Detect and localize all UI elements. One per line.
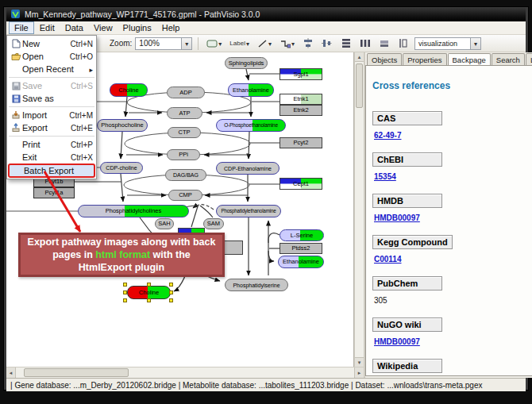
- canvas-horizontal-scrollbar[interactable]: ◂ ▸: [6, 367, 364, 378]
- scrollbar-thumb[interactable]: [356, 63, 363, 108]
- scroll-up-icon[interactable]: ▴: [355, 52, 364, 62]
- menu-file[interactable]: File: [9, 21, 34, 34]
- selection-handle[interactable]: [169, 298, 173, 302]
- xref-link[interactable]: C00114: [374, 255, 532, 264]
- file-menu-item-batch-export[interactable]: Batch Export: [9, 164, 94, 177]
- new-document-icon: [10, 39, 22, 48]
- connector-tool-icon: [279, 39, 291, 48]
- selection-handle[interactable]: [169, 283, 173, 287]
- new-connector-button[interactable]: [277, 37, 297, 51]
- distribute-horizontal-button[interactable]: [357, 37, 373, 51]
- file-menu-item-export[interactable]: ExportCtrl+E: [7, 121, 96, 134]
- node-ethanolamine-bottom[interactable]: Ethanolamine: [278, 256, 324, 268]
- gene-box-cept1[interactable]: Cept1: [279, 178, 322, 190]
- tab-legend[interactable]: Legend: [526, 53, 532, 65]
- selection-handle[interactable]: [123, 283, 127, 287]
- node-choline-selected[interactable]: Choline: [127, 286, 171, 299]
- scroll-left-icon[interactable]: ◂: [6, 367, 16, 378]
- node-adp[interactable]: ADP: [167, 87, 205, 98]
- node-ppi[interactable]: PPi: [167, 149, 200, 160]
- node-phosphatidylcholines[interactable]: Phosphatidylcholines: [78, 205, 189, 217]
- distribute-vertical-button[interactable]: [338, 37, 354, 51]
- align-vertical-center-icon: [322, 38, 333, 48]
- selection-handle[interactable]: [147, 298, 151, 302]
- export-icon: [10, 123, 22, 133]
- scroll-right-icon[interactable]: ▸: [354, 367, 364, 378]
- xref-source-name: Kegg Compound: [372, 235, 453, 249]
- xref-link[interactable]: HMDB00097: [374, 337, 532, 346]
- gene-box-etnk1[interactable]: Etnk1: [279, 94, 322, 105]
- common-height-button[interactable]: [395, 37, 411, 51]
- node-phosphatidylserine[interactable]: Phosphatidylserine: [225, 279, 288, 291]
- menu-plugins[interactable]: Plugins: [118, 22, 156, 33]
- tab-properties[interactable]: Properties: [403, 53, 446, 65]
- file-menu-item-print[interactable]: PrintCtrl+P: [7, 138, 96, 151]
- xref-source-name: PubChem: [372, 276, 442, 290]
- tab-objects[interactable]: Objects: [367, 53, 402, 65]
- node-cdp-choline[interactable]: CDP-choline: [100, 162, 143, 174]
- canvas-vertical-scrollbar[interactable]: ▴ ▾: [354, 52, 364, 367]
- node-sam[interactable]: SAM: [203, 218, 224, 229]
- common-width-button[interactable]: [376, 37, 392, 51]
- menu-data[interactable]: Data: [60, 22, 88, 33]
- node-l-serine[interactable]: L-Serine: [279, 229, 324, 241]
- gene-box-unlabeled[interactable]: [222, 240, 243, 255]
- file-menu-item-import[interactable]: ImportCtrl+M: [7, 109, 96, 121]
- node-dag[interactable]: DAG/BAG: [165, 169, 206, 181]
- xref-link[interactable]: 15354: [374, 172, 532, 181]
- align-horizontal-center-button[interactable]: [300, 37, 316, 51]
- file-menu-item-exit[interactable]: ExitCtrl+X: [7, 151, 96, 164]
- tab-search[interactable]: Search: [492, 53, 525, 65]
- scrollbar-thumb[interactable]: [24, 368, 129, 377]
- chevron-down-icon[interactable]: [470, 38, 480, 49]
- node-cdp-ethanolamine[interactable]: CDP-Ethanolamine: [216, 162, 279, 175]
- distribute-horizontal-icon: [360, 38, 371, 48]
- chevron-down-icon[interactable]: [181, 38, 191, 49]
- selection-handle[interactable]: [123, 290, 127, 294]
- file-menu-item-save[interactable]: SaveCtrl+S: [7, 79, 96, 92]
- annotation-highlight: html format: [95, 249, 150, 260]
- menu-view[interactable]: View: [89, 22, 118, 33]
- xref-link[interactable]: HMDB00097: [374, 214, 532, 222]
- node-phosphatidylethanolamine[interactable]: Phosphatidylethanolamine: [216, 205, 281, 217]
- menu-edit[interactable]: Edit: [35, 22, 60, 33]
- node-cmp[interactable]: CMP: [168, 190, 202, 201]
- selection-handle[interactable]: [169, 290, 173, 294]
- node-ethanolamine[interactable]: Ethanolamine: [228, 83, 274, 97]
- gene-box-sgpl1[interactable]: Sgpl1: [279, 68, 322, 80]
- file-menu: NewCtrl+N OpenCtrl+O Open Recent SaveCtr…: [6, 35, 97, 179]
- file-menu-item-save-as[interactable]: Save as: [7, 92, 96, 105]
- app-icon: [11, 7, 20, 21]
- file-menu-item-new[interactable]: NewCtrl+N: [7, 37, 96, 50]
- chevron-down-icon: [246, 39, 249, 48]
- xref-link[interactable]: 62-49-7: [374, 131, 532, 140]
- common-height-icon: [398, 38, 409, 48]
- node-ctp[interactable]: CTP: [168, 127, 201, 138]
- new-label-button[interactable]: Label: [227, 37, 252, 51]
- node-atp[interactable]: ATP: [167, 107, 202, 119]
- node-sah[interactable]: SAH: [155, 218, 174, 229]
- node-o-phosphoethanolamine[interactable]: O-Phosphoethanolamine: [216, 119, 286, 132]
- scroll-down-icon[interactable]: ▾: [355, 357, 364, 367]
- file-menu-item-open-recent[interactable]: Open Recent: [7, 63, 96, 75]
- tab-backpage[interactable]: Backpage: [448, 53, 491, 65]
- desktop-background: Mm_Kennedy_pathway_WP1771_45176.gpml - P…: [0, 0, 532, 404]
- node-choline[interactable]: Choline: [110, 83, 148, 97]
- gene-box-pcyt2[interactable]: Pcyt2: [279, 137, 322, 148]
- gene-box-ptdss2[interactable]: Ptdss2: [279, 243, 322, 254]
- menu-help[interactable]: Help: [157, 22, 185, 33]
- window-title: Mm_Kennedy_pathway_WP1771_45176.gpml - P…: [25, 10, 260, 19]
- node-sphingolipids[interactable]: Sphingolipids: [225, 57, 268, 69]
- visualization-combobox[interactable]: visualization: [414, 37, 481, 50]
- zoom-combobox[interactable]: 100%: [135, 37, 192, 50]
- import-icon: [10, 110, 22, 120]
- node-phosphocholine[interactable]: Phosphocholine: [97, 119, 148, 132]
- selection-handle[interactable]: [123, 298, 127, 302]
- file-menu-item-open[interactable]: OpenCtrl+O: [7, 50, 96, 63]
- align-vertical-center-button[interactable]: [319, 37, 335, 51]
- new-datanode-button[interactable]: [204, 37, 224, 51]
- new-line-button[interactable]: [255, 37, 274, 51]
- selection-handle[interactable]: [147, 283, 151, 287]
- gene-box-etnk2[interactable]: Etnk2: [279, 105, 322, 116]
- gene-box-pcyt1a[interactable]: Pcyt1a: [33, 187, 75, 198]
